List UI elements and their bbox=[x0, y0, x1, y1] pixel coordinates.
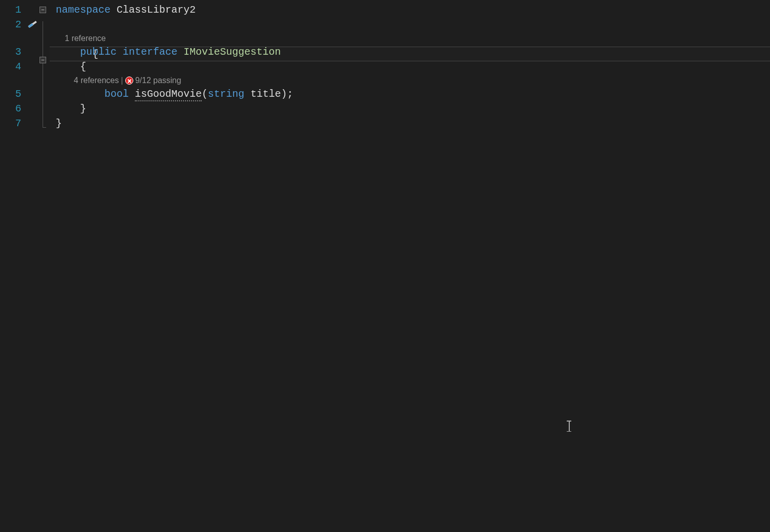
keyword: namespace bbox=[56, 4, 111, 16]
fold-toggle-icon[interactable]: − bbox=[40, 57, 46, 63]
codelens-test-status[interactable]: 9/12 passing bbox=[135, 76, 181, 85]
code-line[interactable]: } bbox=[50, 101, 770, 116]
code-line[interactable]: public interface IMovieSuggestion bbox=[50, 45, 770, 59]
keyword: bool bbox=[104, 88, 129, 100]
type-name: IMovieSuggestion bbox=[184, 46, 281, 58]
brace: { bbox=[80, 61, 86, 72]
namespace-name: ClassLibrary2 bbox=[117, 4, 196, 16]
brace: } bbox=[56, 118, 62, 129]
method-name: isGoodMovie bbox=[135, 88, 202, 101]
line-number: 5 bbox=[0, 87, 40, 101]
line-number: 4 bbox=[0, 59, 40, 74]
code-editor[interactable]: 1 2 3 4 5 6 7 − − bbox=[0, 0, 770, 532]
code-line[interactable]: } bbox=[50, 116, 770, 131]
line-number: 6 bbox=[0, 101, 40, 116]
code-line[interactable]: { bbox=[50, 59, 770, 74]
punct: ); bbox=[281, 88, 293, 100]
line-number: 7 bbox=[0, 116, 40, 131]
parameter-name: title bbox=[250, 88, 281, 100]
quick-actions-screwdriver-icon[interactable] bbox=[26, 19, 39, 29]
line-number-gutter: 1 2 3 4 5 6 7 bbox=[0, 0, 40, 532]
codelens-indicator[interactable]: 4 references|9/12 passing bbox=[50, 74, 770, 87]
line-number: 1 bbox=[0, 3, 40, 17]
text-editor-area[interactable]: namespace ClassLibrary2 { 1 reference pu… bbox=[50, 0, 770, 532]
codelens-separator: | bbox=[121, 76, 123, 85]
codelens-indicator[interactable]: 1 reference bbox=[50, 32, 770, 45]
brace: } bbox=[80, 103, 86, 115]
test-fail-icon bbox=[125, 77, 133, 85]
code-line[interactable]: namespace ClassLibrary2 bbox=[50, 3, 770, 17]
line-number: 2 bbox=[0, 17, 40, 32]
code-line[interactable]: bool isGoodMovie(string title); bbox=[50, 87, 770, 101]
fold-toggle-icon[interactable]: − bbox=[40, 7, 46, 13]
keyword: interface bbox=[123, 46, 177, 58]
keyword: public bbox=[80, 46, 117, 58]
outlining-margin: − − bbox=[40, 0, 50, 532]
punct: ( bbox=[202, 88, 208, 100]
line-number: 3 bbox=[0, 45, 40, 59]
svg-rect-1 bbox=[32, 21, 36, 25]
codelens-references[interactable]: 4 references bbox=[74, 76, 119, 85]
code-line[interactable]: { bbox=[50, 17, 770, 32]
keyword: string bbox=[208, 88, 244, 100]
